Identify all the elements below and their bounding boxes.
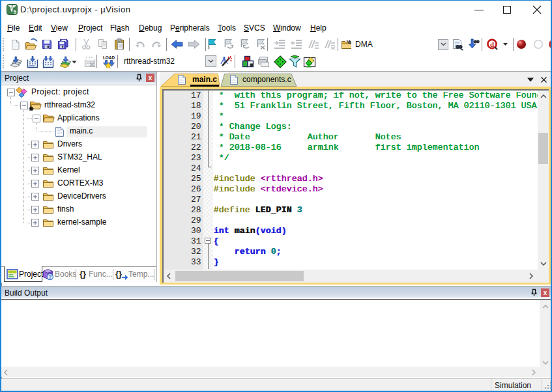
svg-text:?: ?: [48, 273, 51, 280]
svg-text:LOAD: LOAD: [103, 55, 115, 60]
svg-text:5: 5: [14, 9, 16, 15]
svg-text:d: d: [490, 40, 494, 48]
